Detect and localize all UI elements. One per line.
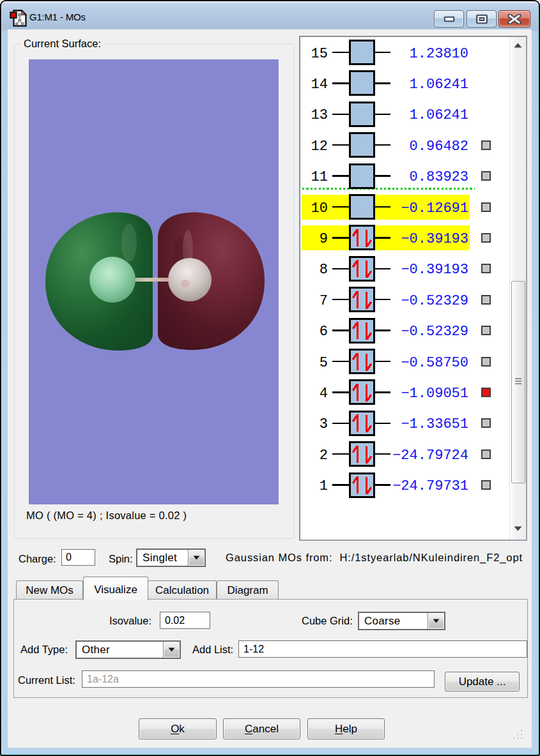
svg-text:1.23810: 1.23810 <box>410 46 468 62</box>
svg-text:9: 9 <box>320 231 328 247</box>
svg-text:−0.39193: −0.39193 <box>401 262 468 278</box>
svg-text:−0.39193: −0.39193 <box>401 231 468 247</box>
svg-text:5: 5 <box>320 355 328 371</box>
svg-text:12: 12 <box>311 139 328 155</box>
svg-text:7: 7 <box>320 293 328 309</box>
svg-text:0.83923: 0.83923 <box>410 169 468 185</box>
svg-text:−24.79724: −24.79724 <box>392 448 468 464</box>
svg-text:14: 14 <box>311 77 328 93</box>
svg-text:6: 6 <box>320 324 328 340</box>
svg-text:1.06241: 1.06241 <box>410 77 468 93</box>
svg-text:10: 10 <box>311 200 328 216</box>
svg-text:3: 3 <box>320 416 328 432</box>
svg-text:4: 4 <box>320 386 328 402</box>
svg-text:15: 15 <box>311 46 328 62</box>
svg-text:−1.09051: −1.09051 <box>401 386 468 402</box>
svg-text:1: 1 <box>320 478 328 494</box>
svg-text:−0.12691: −0.12691 <box>401 200 468 216</box>
svg-text:1.06241: 1.06241 <box>410 107 468 123</box>
svg-text:13: 13 <box>311 107 328 123</box>
svg-text:−24.79731: −24.79731 <box>392 478 468 494</box>
svg-text:−1.33651: −1.33651 <box>401 416 468 432</box>
svg-text:11: 11 <box>311 169 328 185</box>
svg-text:−0.52329: −0.52329 <box>401 324 468 340</box>
svg-text:2: 2 <box>320 448 328 464</box>
svg-text:0.96482: 0.96482 <box>410 139 468 155</box>
svg-text:−0.58750: −0.58750 <box>401 355 468 371</box>
svg-text:8: 8 <box>320 262 328 278</box>
svg-text:−0.52329: −0.52329 <box>401 293 468 309</box>
